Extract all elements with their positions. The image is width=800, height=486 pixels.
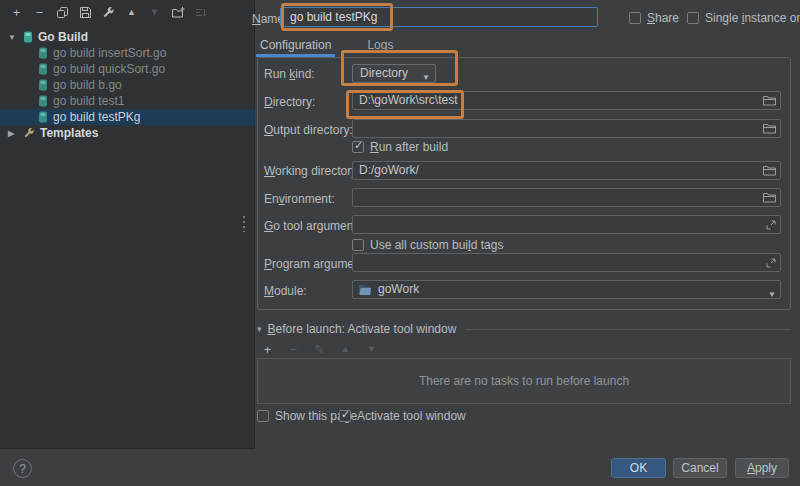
edit-task-button[interactable]: ✎	[312, 341, 327, 357]
before-launch-title: Before launch: Activate tool window	[268, 322, 457, 336]
checkbox-box[interactable]	[629, 12, 641, 24]
tab-configuration[interactable]: Configuration	[256, 36, 335, 57]
module-label: Module:	[264, 283, 307, 299]
chevron-down-icon[interactable]: ▾	[257, 324, 262, 334]
working-directory-input[interactable]: D:/goWork/	[352, 161, 781, 180]
browse-button[interactable]	[763, 123, 776, 134]
edit-templates-button[interactable]	[101, 4, 116, 20]
run-kind-label: Run kind:	[264, 66, 315, 82]
remove-task-button[interactable]: −	[286, 341, 301, 357]
environment-label: Environment:	[264, 191, 335, 207]
folder-icon	[763, 165, 776, 176]
move-down-button[interactable]: ▼	[147, 4, 162, 20]
activate-tool-window-label: Activate tool window	[357, 409, 466, 423]
tree-item-label: go build b.go	[53, 78, 122, 92]
before-launch-toolbar: + − ✎ ▲ ▼	[260, 341, 379, 357]
save-configuration-button[interactable]	[78, 4, 93, 20]
annotation-box-name-value	[281, 3, 393, 31]
tree-item-label: go build test1	[53, 94, 124, 108]
expand-editor-button[interactable]	[766, 220, 776, 230]
chevron-down-icon[interactable]: ▼	[8, 33, 18, 42]
folder-icon	[763, 95, 776, 106]
cancel-button[interactable]: Cancel	[673, 458, 727, 478]
expand-editor-button[interactable]	[766, 258, 776, 268]
tree-item-label: go build insertSort.go	[53, 46, 166, 60]
folder-icon	[763, 123, 776, 134]
browse-button[interactable]	[763, 95, 776, 106]
use-all-custom-build-tags-label: Use all custom build tags	[370, 238, 503, 252]
tree-item-label: go build testPKg	[53, 110, 140, 124]
chevron-down-icon: ▼	[768, 286, 776, 299]
checkbox-box[interactable]	[339, 410, 351, 422]
expand-icon	[766, 220, 776, 230]
module-folder-icon	[358, 284, 372, 296]
sort-icon	[194, 6, 207, 19]
save-icon	[79, 6, 92, 19]
add-configuration-button[interactable]: +	[9, 4, 24, 20]
working-directory-label: Working directory:	[264, 163, 360, 179]
panel-splitter-handle[interactable]	[243, 216, 245, 232]
module-dropdown[interactable]: goWork ▼	[352, 280, 781, 299]
tree-item-b-go[interactable]: go build b.go	[0, 77, 255, 93]
go-config-icon	[38, 63, 48, 75]
browse-button[interactable]	[763, 192, 776, 203]
tree-item-insertsort[interactable]: go build insertSort.go	[0, 45, 255, 61]
share-checkbox[interactable]: Share	[629, 11, 679, 25]
copy-icon	[56, 6, 69, 19]
output-directory-input[interactable]	[352, 119, 781, 138]
tree-item-label: Templates	[40, 126, 98, 140]
program-arguments-input[interactable]	[352, 253, 781, 272]
directory-label: Directory:	[264, 94, 315, 110]
folder-icon	[763, 192, 776, 203]
go-tool-arguments-label: Go tool arguments:	[264, 218, 366, 234]
tree-item-test1[interactable]: go build test1	[0, 93, 255, 109]
single-instance-label: Single instance only	[705, 11, 800, 25]
help-button[interactable]: ?	[13, 459, 32, 478]
add-task-button[interactable]: +	[260, 341, 275, 357]
module-value: goWork	[378, 281, 419, 298]
working-directory-value: D:/goWork/	[359, 163, 419, 177]
configurations-tree: ▼ Go Build go build insertSort.go go bui…	[0, 29, 255, 141]
run-after-build-label: Run after build	[370, 140, 448, 154]
tree-item-quicksort[interactable]: go build quickSort.go	[0, 61, 255, 77]
browse-button[interactable]	[763, 165, 776, 176]
single-instance-checkbox[interactable]: Single instance only	[687, 11, 800, 25]
annotation-box-run-kind	[341, 50, 458, 86]
wrench-icon	[102, 6, 115, 19]
empty-task-list-text: There are no tasks to run before launch	[419, 374, 629, 388]
before-launch-task-list[interactable]: There are no tasks to run before launch	[257, 358, 791, 404]
ok-button[interactable]: OK	[611, 458, 666, 478]
expand-icon	[766, 258, 776, 268]
remove-configuration-button[interactable]: −	[32, 4, 47, 20]
checkbox-box[interactable]	[352, 141, 364, 153]
run-debug-configurations-dialog: + − ▲ ▼	[0, 0, 800, 486]
go-tool-arguments-input[interactable]	[352, 215, 781, 234]
tree-item-label: Go Build	[38, 30, 88, 44]
run-after-build-checkbox[interactable]: Run after build	[352, 140, 448, 154]
tree-toolbar: + − ▲ ▼	[9, 4, 208, 20]
go-config-icon	[38, 47, 48, 59]
checkbox-box[interactable]	[257, 410, 269, 422]
checkbox-box[interactable]	[352, 239, 364, 251]
tree-item-templates[interactable]: ▶ Templates	[0, 125, 255, 141]
chevron-right-icon[interactable]: ▶	[8, 129, 18, 138]
new-folder-button[interactable]	[170, 4, 185, 20]
move-up-button[interactable]: ▲	[124, 4, 139, 20]
move-task-up-button[interactable]: ▲	[338, 341, 353, 357]
environment-input[interactable]	[352, 188, 781, 207]
section-divider	[466, 329, 791, 330]
tree-item-testpkg[interactable]: go build testPKg	[0, 109, 255, 125]
copy-configuration-button[interactable]	[55, 4, 70, 20]
tree-item-go-build[interactable]: ▼ Go Build	[0, 29, 255, 45]
go-config-icon	[38, 95, 48, 107]
before-launch-section-header[interactable]: ▾ Before launch: Activate tool window	[257, 322, 791, 336]
move-task-down-button[interactable]: ▼	[364, 341, 379, 357]
activate-tool-window-checkbox[interactable]: Activate tool window	[339, 409, 466, 423]
apply-button[interactable]: Apply	[735, 458, 789, 478]
share-label: Share	[647, 11, 679, 25]
checkbox-box[interactable]	[687, 12, 699, 24]
new-folder-icon	[171, 6, 185, 19]
sort-configurations-button[interactable]	[193, 4, 208, 20]
use-all-custom-build-tags-checkbox[interactable]: Use all custom build tags	[352, 238, 503, 252]
templates-wrench-icon	[23, 127, 35, 139]
